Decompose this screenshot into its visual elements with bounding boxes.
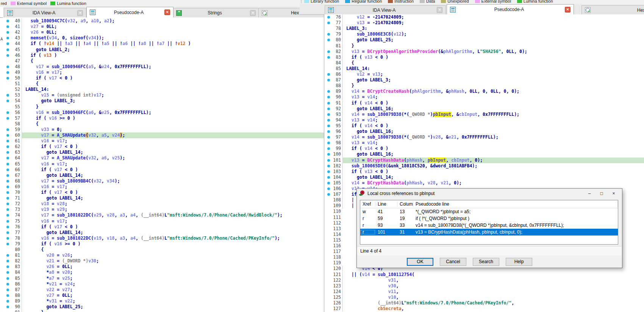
code-text: { [22,58,324,64]
code-line-94: 94 v13 = v14; [324,117,644,123]
xref-row[interactable]: w4113 *(_QWORD *)pbInput = a5; [360,208,618,215]
line-number: 91 [329,100,341,106]
line-number: 92 [329,106,341,112]
tab-label: Hex [591,8,644,13]
code-line-105: 105 v14 = BCryptHashData(phHash, v28, v2… [324,180,644,186]
code-text: v31, [342,278,644,283]
tab-pseudocode-a[interactable]: Pseudocode-A✕ [447,4,574,14]
code-text: goto LABEL_14; [342,175,644,180]
help-button[interactable]: Help [506,258,532,266]
xref-row[interactable]: r10131 v13 = BCryptHashData(phHash, pbIn… [360,229,618,236]
code-text: v11, [342,289,644,295]
legend-swatch [11,2,16,5]
code-line-81: 81 } [324,43,644,49]
code-text: v14 = BCryptHashData(phHash, v28, v21, 0… [342,180,644,186]
line-number: 84 [329,60,341,66]
code-text: goto LABEL_14; [22,195,324,201]
code-text: *v31 = v22; [22,298,324,304]
line-number: 56 [8,110,20,115]
code-text: v14 = sub_180079D38(*(_QWORD *)pbInput, … [342,112,644,117]
tab-strings[interactable]: ”Strings✕ [173,8,259,17]
tab-ida-view-a[interactable]: IDA View-A✕ [4,8,86,17]
xref-column: 13 [397,209,413,214]
tab-close-icon[interactable]: ✕ [437,7,442,13]
code-line-87: 87 v22 = v27; [3,287,324,293]
legend-item: Lumina function [517,0,553,3]
cancel-button[interactable]: Cancel [440,258,466,266]
minimize-icon[interactable]: – [583,191,596,196]
code-text: goto LABEL_25; [342,37,644,43]
ok-button[interactable]: OK [407,258,433,266]
xref-table[interactable]: XrefLineColumnPseudocode linew4113 *(_QW… [360,200,618,245]
line-number: 109 [329,203,341,209]
legend-label: Lumina function [524,0,553,3]
line-number: 82 [329,49,341,55]
line-number: 50 [8,75,20,81]
tab-close-icon[interactable]: ✕ [565,7,571,12]
code-text: v16 = v17; [22,161,324,167]
tab-close-icon[interactable]: ✕ [164,9,170,15]
code-line-64: 64 v17 = A_SHAUpdate(v32, a6, v25); [3,155,324,161]
line-number: 117 [329,249,341,254]
line-number: 107 [329,192,341,197]
code-line-55: 55 } [3,104,324,110]
tab-close-icon[interactable]: ✕ [77,10,83,16]
ida-view-icon [90,9,95,15]
xref-line: 59 [375,216,397,221]
close-icon[interactable]: × [608,191,620,196]
code-text: if ( v14 < 0 ) [342,146,644,151]
column-header-pseudocode-line[interactable]: Pseudocode line [413,201,618,207]
line-number: 46 [8,53,20,58]
pseudocode-pane-left[interactable]: 40 sub_180094C7C(v32, a9, a10, a2);41 v2… [3,17,324,312]
column-header-column[interactable]: Column [397,201,413,207]
code-text: } [342,43,644,49]
code-text: v22 = v27; [22,287,324,293]
code-text: } [22,310,324,312]
legend-label: Data [426,0,435,3]
maximize-icon[interactable]: □ [596,191,608,196]
code-line-96: 96 goto LABEL_16; [324,129,644,135]
code-line-66: 66 if ( v17 < 0 ) [3,167,324,173]
line-number: 83 [329,55,341,60]
legend-swatch [441,0,446,3]
ida-view-icon [450,7,456,12]
code-line-79: 79 sub_18006E3C8(v12); [324,31,644,37]
tab-pseudocode-a[interactable]: Pseudocode-A✕ [86,7,174,17]
column-header-line[interactable]: Line [375,201,397,207]
code-text: goto LABEL_25; [22,304,324,310]
column-header-xref[interactable]: Xref [360,201,375,207]
xref-row[interactable]: r9333 v14 = sub_180079D38(*(_QWORD *)pbI… [360,222,618,229]
legend-swatch [345,0,350,3]
xref-dialog-titlebar[interactable]: Local cross references to pbInput – □ × [357,189,622,198]
code-text: sub_180094C7C(v32, a9, a10, a2); [22,18,324,24]
code-text: { [342,60,644,66]
legend-item: Instruction [388,0,414,3]
tab-close-icon[interactable]: ✕ [250,10,256,16]
code-text: v12 = v13; [342,72,644,77]
legend-label: Lumina function [57,1,86,6]
code-line-59: 59 v33 = 0; [3,127,324,133]
xref-table-header[interactable]: XrefLineColumnPseudocode line [360,200,618,208]
code-line-78: 78 v16 = sub_1801022DC(v19, v18, a3, a4,… [3,236,324,242]
tab-ida-view-a[interactable]: IDA View-A✕ [325,5,446,14]
line-number: 88 [329,83,341,89]
code-line-78: 78LABEL_3: [324,26,644,32]
line-number: 57 [8,115,20,121]
line-number: 112 [329,220,341,226]
line-number: 78 [329,26,341,31]
tab-hex[interactable]: Hex [581,5,644,14]
line-number: 89 [329,89,341,94]
line-number: 55 [8,104,20,110]
code-line-127: 127 cbSecreta, [324,306,644,312]
code-line-50: 50 if ( v17 < 0 ) [3,75,324,81]
code-line-122: 122 v31, [324,278,644,284]
xref-row[interactable]: r5919 if ( !*(_QWORD *)pbInput ) [360,215,618,222]
search-button[interactable]: Search [473,258,499,266]
code-text: v13 = -2147024809; [342,20,644,26]
code-text: || (v14 = sub_180112754( [342,272,644,278]
line-number: 89 [8,298,20,304]
line-number: 127 [329,306,341,312]
line-number: 70 [8,190,20,195]
tab-label: IDA View-A [13,10,75,16]
code-text: { [22,247,324,253]
